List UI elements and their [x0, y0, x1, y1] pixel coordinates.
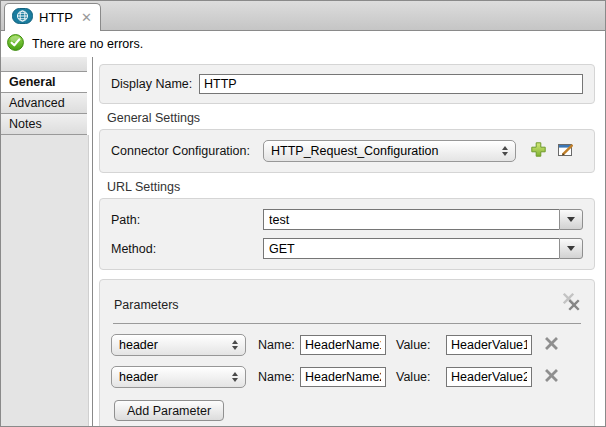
check-circle-icon — [7, 34, 24, 55]
parameter-type-select[interactable]: header — [111, 366, 246, 388]
parameters-group: Parameters header — [99, 279, 595, 426]
display-name-label: Display Name: — [111, 77, 199, 91]
chevron-down-icon — [567, 217, 575, 222]
method-label: Method: — [111, 242, 263, 256]
add-configuration-button[interactable] — [530, 141, 547, 161]
connector-configuration-value: HTTP_Request_Configuration — [271, 144, 496, 158]
divider — [113, 323, 581, 324]
method-dropdown-button[interactable] — [559, 238, 583, 259]
tab-close-icon[interactable]: ✕ — [81, 11, 92, 24]
general-settings-title: General Settings — [107, 111, 595, 125]
parameter-value-input[interactable] — [446, 367, 532, 387]
sidebar-spacer — [1, 57, 87, 72]
http-properties-window: HTTP ✕ There are no errors. General — [0, 0, 606, 427]
tab-http[interactable]: HTTP ✕ — [4, 3, 101, 31]
parameter-row: header Name: Value: — [111, 334, 583, 356]
sidebar-item-advanced[interactable]: Advanced — [1, 93, 87, 114]
edit-icon — [557, 142, 575, 161]
general-settings-group: Connector Configuration: HTTP_Request_Co… — [99, 129, 595, 173]
parameters-header: Parameters — [111, 290, 583, 315]
url-settings-title: URL Settings — [107, 180, 595, 194]
globe-icon — [12, 8, 33, 28]
method-input[interactable] — [263, 238, 559, 259]
parameters-title: Parameters — [114, 298, 179, 312]
x-icon — [544, 336, 559, 354]
chevron-down-icon — [567, 246, 575, 251]
tab-title: HTTP — [39, 10, 73, 25]
remove-parameter-button[interactable] — [544, 336, 559, 354]
add-parameter-button[interactable]: Add Parameter — [114, 400, 224, 421]
sidebar-filler — [1, 135, 89, 426]
parameter-type-value: header — [119, 370, 226, 384]
properties-main: General Advanced Notes Display Name: Gen… — [1, 57, 605, 426]
url-settings-group: Path: Method: — [99, 198, 595, 270]
remove-parameter-button[interactable] — [544, 368, 559, 386]
connector-configuration-select[interactable]: HTTP_Request_Configuration — [263, 140, 516, 162]
edit-configuration-button[interactable] — [557, 142, 575, 161]
parameter-value-label: Value: — [396, 370, 438, 384]
connector-configuration-label: Connector Configuration: — [111, 144, 263, 158]
double-x-icon — [562, 292, 581, 315]
stepper-icon — [502, 146, 508, 156]
status-message: There are no errors. — [32, 37, 143, 51]
method-combo — [263, 238, 583, 259]
display-name-input[interactable] — [199, 74, 583, 94]
path-combo — [263, 209, 583, 230]
parameter-row: header Name: Value: — [111, 366, 583, 388]
path-dropdown-button[interactable] — [559, 209, 583, 230]
display-name-group: Display Name: — [99, 64, 595, 104]
editor-tabbar: HTTP ✕ — [1, 1, 605, 31]
parameter-name-label: Name: — [258, 338, 300, 352]
path-input[interactable] — [263, 209, 559, 230]
parameter-name-label: Name: — [258, 370, 300, 384]
parameter-type-select[interactable]: header — [111, 334, 246, 356]
sidebar-tabs: General Advanced Notes — [1, 57, 93, 426]
method-row: Method: — [111, 238, 583, 259]
parameter-value-label: Value: — [396, 338, 438, 352]
x-icon — [544, 368, 559, 386]
path-row: Path: — [111, 209, 583, 230]
stepper-icon — [232, 340, 238, 350]
parameter-name-input[interactable] — [300, 335, 386, 355]
remove-all-parameters-button[interactable] — [562, 292, 581, 315]
general-tab-content: Display Name: General Settings Connector… — [93, 57, 605, 426]
sidebar-item-general[interactable]: General — [1, 72, 87, 93]
sidebar-item-notes[interactable]: Notes — [1, 114, 87, 135]
validation-statusbar: There are no errors. — [1, 31, 605, 57]
stepper-icon — [232, 372, 238, 382]
path-label: Path: — [111, 213, 263, 227]
plus-icon — [530, 141, 547, 161]
parameter-type-value: header — [119, 338, 226, 352]
parameter-value-input[interactable] — [446, 335, 532, 355]
parameter-name-input[interactable] — [300, 367, 386, 387]
